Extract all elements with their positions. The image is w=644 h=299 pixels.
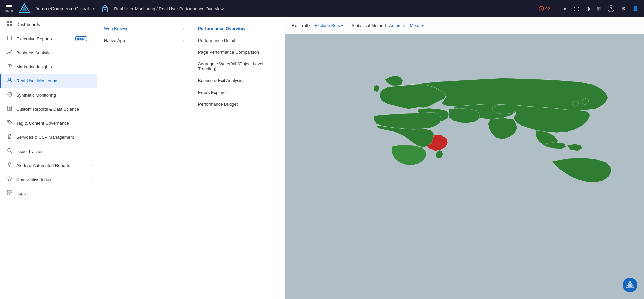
alerts-automated-chevron: › xyxy=(90,163,92,167)
top-bar: menu Demo eCommerce Global ▾ Real User M… xyxy=(0,0,644,17)
sidebar-item-alerts-automated[interactable]: Alerts & Automated Reports › xyxy=(0,158,97,172)
bot-traffic-value-text: Exclude Bots xyxy=(315,23,340,28)
third-nav-item-bounce-exit[interactable]: Bounce & Exit Analysis xyxy=(191,75,285,86)
competitive-index-icon xyxy=(6,176,13,183)
svg-rect-10 xyxy=(10,24,12,26)
sidebar-label-competitive-index: Competitive Index xyxy=(16,177,87,182)
sidebar-item-issue-tracker[interactable]: Issue Tracker xyxy=(0,144,97,158)
sidebar-label-logs: Logs xyxy=(16,191,92,196)
app-logo xyxy=(18,3,31,15)
sidebar-item-real-user-monitoring[interactable]: Real User Monitoring › xyxy=(0,74,97,88)
synthetic-monitoring-icon xyxy=(6,92,13,98)
user-icon[interactable]: 👤 xyxy=(632,6,639,12)
business-analytics-chevron: › xyxy=(90,51,92,55)
services-csp-chevron: › xyxy=(90,135,92,139)
third-nav-item-performance-detail[interactable]: Performance Detail xyxy=(191,35,285,46)
sidebar: Dashboards Executive Reports BETA › Busi… xyxy=(0,17,97,299)
sidebar-item-tag-content[interactable]: Tag & Content Governance › xyxy=(0,116,97,130)
third-nav-item-errors-explorer[interactable]: Errors Explorer xyxy=(191,86,285,98)
sidebar-item-business-analytics[interactable]: Business Analytics › xyxy=(0,46,97,60)
svg-rect-30 xyxy=(10,190,12,192)
svg-point-16 xyxy=(9,78,11,80)
sidebar-item-marketing-insights[interactable]: Marketing Insights › xyxy=(0,60,97,74)
statistical-method-control: Statistical Method: Arithmetic Mean ▾ xyxy=(352,23,424,28)
statistical-method-label: Statistical Method: xyxy=(352,23,387,28)
svg-point-24 xyxy=(9,137,10,138)
alerts-automated-icon xyxy=(6,162,13,169)
fullscreen-icon[interactable]: ⛶ xyxy=(574,6,579,12)
second-nav: Web Browser › Native App › xyxy=(97,17,191,299)
svg-marker-1 xyxy=(21,6,28,11)
sidebar-label-custom-reports: Custom Reports & Data Science xyxy=(16,107,92,112)
sidebar-item-logs[interactable]: Logs xyxy=(0,186,97,200)
third-nav-item-performance-budget[interactable]: Performance Budget xyxy=(191,98,285,110)
bot-traffic-chevron: ▾ xyxy=(341,23,343,28)
tag-content-icon xyxy=(6,120,13,126)
performance-detail-label: Performance Detail xyxy=(198,38,235,43)
sidebar-item-services-csp[interactable]: Services & CSP Management › xyxy=(0,130,97,144)
third-nav-item-page-performance-comparison[interactable]: Page Performance Comparison xyxy=(191,46,285,58)
sidebar-label-dashboards: Dashboards xyxy=(16,22,92,27)
svg-point-15 xyxy=(9,65,10,67)
sidebar-item-dashboards[interactable]: Dashboards xyxy=(0,17,97,32)
bot-traffic-label: Bot Traffic: xyxy=(292,23,313,28)
sidebar-item-executive-reports[interactable]: Executive Reports BETA › xyxy=(0,32,97,46)
svg-point-22 xyxy=(8,121,9,122)
menu-button[interactable]: menu xyxy=(5,5,13,12)
sidebar-label-issue-tracker: Issue Tracker xyxy=(16,149,92,154)
alert-badge[interactable]: ! 92 xyxy=(539,6,550,11)
main-layout: Dashboards Executive Reports BETA › Busi… xyxy=(0,17,644,299)
real-user-monitoring-icon xyxy=(6,77,13,84)
bot-traffic-value[interactable]: Exclude Bots ▾ xyxy=(315,23,343,28)
executive-reports-chevron: › xyxy=(90,37,92,41)
sidebar-label-executive-reports: Executive Reports xyxy=(16,36,71,41)
native-app-chevron: › xyxy=(183,39,184,43)
svg-rect-32 xyxy=(10,193,12,195)
help-icon[interactable]: ? xyxy=(608,5,614,12)
performance-overview-label: Performance Overview xyxy=(198,26,245,31)
filter-icon[interactable]: ▼ xyxy=(562,6,567,12)
lock-icon[interactable] xyxy=(101,4,109,14)
second-nav-item-web-browser[interactable]: Web Browser › xyxy=(97,23,191,35)
svg-rect-9 xyxy=(7,24,9,26)
bounce-exit-label: Bounce & Exit Analysis xyxy=(198,78,243,83)
custom-reports-icon xyxy=(6,106,13,112)
svg-rect-29 xyxy=(7,190,9,192)
aggregate-waterfall-label: Aggregate Waterfall (Object Level Trendi… xyxy=(198,61,278,71)
issue-tracker-icon xyxy=(6,148,13,155)
app-name-chevron[interactable]: ▾ xyxy=(93,6,95,11)
beta-badge: BETA xyxy=(75,36,87,41)
services-csp-icon xyxy=(6,134,13,140)
third-nav-item-aggregate-waterfall[interactable]: Aggregate Waterfall (Object Level Trendi… xyxy=(191,58,285,75)
sidebar-item-competitive-index[interactable]: Competitive Index › xyxy=(0,172,97,186)
content-area: Bot Traffic: Exclude Bots ▾ Statistical … xyxy=(285,17,644,299)
statistical-method-chevron: ▾ xyxy=(422,23,424,28)
native-app-label: Native App xyxy=(104,38,125,43)
web-browser-chevron: › xyxy=(183,27,184,31)
svg-rect-8 xyxy=(10,21,12,23)
web-browser-label: Web Browser xyxy=(104,26,130,31)
menu-label: menu xyxy=(5,9,13,12)
svg-rect-31 xyxy=(7,193,9,195)
grid-icon[interactable]: ⊞ xyxy=(597,6,601,12)
second-nav-item-native-app[interactable]: Native App › xyxy=(97,35,191,46)
synthetic-monitoring-chevron: › xyxy=(90,93,92,97)
errors-explorer-label: Errors Explorer xyxy=(198,90,227,95)
tag-content-chevron: › xyxy=(90,121,92,125)
sidebar-item-synthetic-monitoring[interactable]: Synthetic Monitoring › xyxy=(0,88,97,102)
sidebar-label-tag-content: Tag & Content Governance xyxy=(16,121,87,126)
third-nav: Performance Overview Performance Detail … xyxy=(191,17,285,299)
sidebar-item-custom-reports[interactable]: Custom Reports & Data Science xyxy=(0,102,97,116)
statistical-method-value[interactable]: Arithmetic Mean ▾ xyxy=(389,23,424,28)
svg-text:!: ! xyxy=(541,7,542,11)
competitive-index-chevron: › xyxy=(90,177,92,181)
toolbar-icons: ▼ ⛶ ◑ ⊞ ? ⚙ 👤 xyxy=(562,5,639,12)
sidebar-label-services-csp: Services & CSP Management xyxy=(16,135,87,140)
contrast-icon[interactable]: ◑ xyxy=(586,6,590,12)
settings-icon[interactable]: ⚙ xyxy=(621,6,626,12)
breadcrumb: Real User Monitoring / Real User Perform… xyxy=(114,6,534,11)
alert-count: 92 xyxy=(545,6,550,11)
third-nav-item-performance-overview[interactable]: Performance Overview xyxy=(191,23,285,35)
svg-marker-34 xyxy=(628,283,632,287)
map-container xyxy=(285,17,644,299)
